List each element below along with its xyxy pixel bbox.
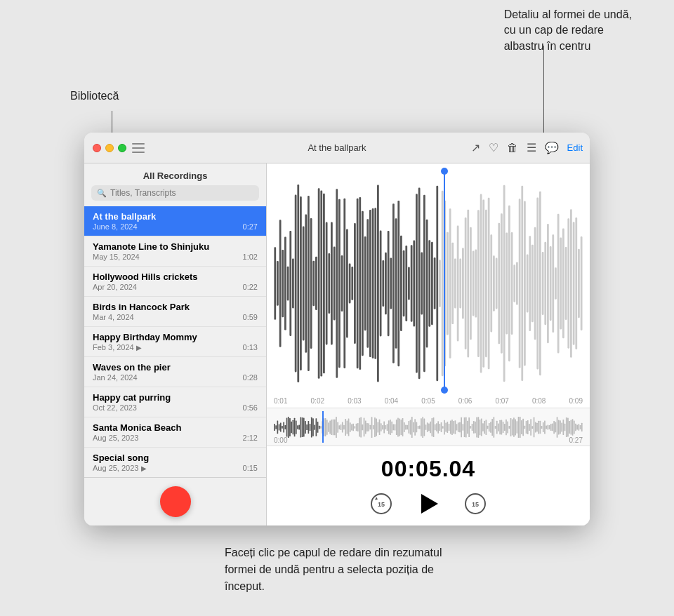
skip-forward-button[interactable]: 15	[463, 491, 488, 516]
recording-item[interactable]: At the ballpark June 8, 2024 0:27	[84, 206, 266, 236]
svg-rect-264	[496, 420, 498, 434]
svg-rect-27	[343, 199, 345, 368]
recording-duration: 2:12	[243, 434, 258, 442]
recording-item[interactable]: Happy cat purring Oct 22, 2023 0:56	[84, 387, 266, 417]
svg-rect-76	[470, 227, 472, 340]
svg-rect-279	[520, 417, 521, 438]
favorite-icon[interactable]: ♡	[489, 141, 498, 154]
svg-rect-47	[395, 218, 397, 348]
play-button[interactable]	[414, 489, 443, 518]
settings-icon[interactable]: ☰	[527, 141, 536, 154]
recording-item[interactable]: Yamanote Line to Shinjuku May 15, 2024 1…	[84, 236, 266, 267]
sidebar-header: All Recordings	[84, 163, 266, 185]
svg-rect-175	[359, 417, 360, 436]
svg-rect-73	[462, 248, 464, 319]
svg-rect-139	[303, 417, 305, 436]
svg-rect-202	[400, 420, 402, 435]
svg-rect-16	[315, 257, 317, 310]
svg-rect-133	[294, 417, 296, 436]
svg-rect-305	[560, 420, 561, 434]
recording-meta: Feb 3, 2024 ▶ 0:13	[93, 343, 258, 351]
svg-rect-312	[570, 420, 571, 434]
svg-rect-134	[296, 420, 297, 434]
svg-rect-308	[564, 423, 566, 431]
svg-rect-314	[574, 420, 575, 434]
minimize-button[interactable]	[105, 144, 114, 152]
svg-rect-313	[572, 419, 574, 435]
svg-rect-9	[297, 185, 299, 382]
share-icon[interactable]: ↗	[471, 141, 480, 154]
delete-icon[interactable]: 🗑	[507, 142, 518, 154]
waveform-detail[interactable]: 0:010:020:030:040:050:060:070:080:09	[267, 163, 590, 408]
close-button[interactable]	[93, 144, 101, 152]
window-title: At the ballpark	[308, 142, 366, 153]
svg-rect-253	[480, 419, 481, 434]
edit-button[interactable]: Edit	[567, 142, 583, 153]
svg-rect-287	[531, 426, 533, 429]
record-button[interactable]	[160, 486, 191, 517]
recording-duration: 1:02	[243, 253, 258, 261]
svg-rect-255	[482, 423, 484, 431]
recording-item[interactable]: Happy Birthday Mommy Feb 3, 2024 ▶ 0:13	[84, 327, 266, 357]
svg-rect-124	[280, 422, 282, 431]
recording-title: Birds in Hancock Park	[93, 302, 258, 312]
svg-rect-100	[531, 245, 534, 323]
svg-rect-53	[411, 245, 413, 321]
playhead-bottom	[441, 387, 448, 394]
recording-item[interactable]: Birds in Hancock Park Mar 4, 2024 0:59	[84, 297, 266, 327]
svg-rect-222	[431, 418, 432, 436]
timeline-labels: 0:010:020:030:040:050:060:070:080:09	[274, 397, 583, 405]
svg-rect-317	[578, 424, 579, 430]
svg-rect-60	[428, 240, 430, 327]
svg-rect-290	[536, 422, 538, 431]
sidebar-toggle-button[interactable]	[132, 143, 145, 153]
svg-rect-83	[488, 198, 490, 370]
search-bar[interactable]: 🔍	[91, 185, 259, 201]
recording-item[interactable]: Hollywood Hills crickets Apr 20, 2024 0:…	[84, 267, 266, 297]
svg-rect-121	[275, 425, 277, 429]
svg-rect-86	[496, 258, 498, 309]
svg-rect-171	[352, 423, 354, 430]
svg-rect-22	[331, 222, 333, 344]
recording-item[interactable]: Santa Monica Beach Aug 25, 2023 2:12	[84, 417, 266, 448]
recording-title: At the ballpark	[93, 211, 258, 222]
svg-rect-2	[279, 220, 282, 347]
search-input[interactable]	[110, 188, 253, 198]
svg-rect-148	[317, 422, 319, 433]
svg-rect-131	[291, 421, 292, 433]
svg-rect-231	[445, 422, 447, 431]
maximize-button[interactable]	[118, 144, 126, 152]
svg-rect-35	[364, 236, 366, 330]
recording-item[interactable]: Waves on the pier Jan 24, 2024 0:28	[84, 357, 266, 387]
svg-rect-219	[427, 422, 428, 432]
recording-date: Mar 4, 2024	[93, 313, 134, 321]
svg-rect-179	[365, 420, 366, 434]
svg-rect-153	[325, 418, 326, 436]
svg-rect-74	[465, 217, 467, 349]
svg-rect-58	[423, 195, 425, 372]
svg-rect-289	[535, 422, 536, 432]
waveform-overview[interactable]: 0:00 0:27	[267, 408, 590, 446]
svg-rect-37	[369, 210, 371, 357]
svg-rect-186	[376, 418, 377, 436]
skip-back-button[interactable]: 15	[369, 491, 394, 516]
svg-rect-143	[310, 424, 311, 431]
svg-rect-51	[405, 246, 407, 321]
recording-duration: 0:59	[243, 313, 258, 321]
svg-rect-176	[360, 417, 362, 437]
svg-rect-266	[499, 420, 501, 434]
svg-rect-33	[359, 197, 361, 370]
transcript-icon[interactable]: 💬	[545, 141, 559, 154]
timeline-label: 0:07	[495, 397, 508, 405]
recording-item[interactable]: Special song Aug 25, 2023 ▶ 0:15	[84, 448, 266, 477]
svg-rect-307	[562, 420, 564, 435]
svg-rect-163	[341, 424, 342, 429]
svg-rect-277	[516, 421, 517, 434]
search-icon: 🔍	[97, 189, 107, 198]
svg-rect-129	[288, 417, 289, 438]
svg-rect-130	[289, 417, 291, 436]
timeline-label: 0:04	[385, 397, 398, 405]
svg-rect-195	[390, 420, 391, 435]
svg-rect-26	[341, 255, 343, 312]
svg-rect-242	[462, 424, 463, 430]
